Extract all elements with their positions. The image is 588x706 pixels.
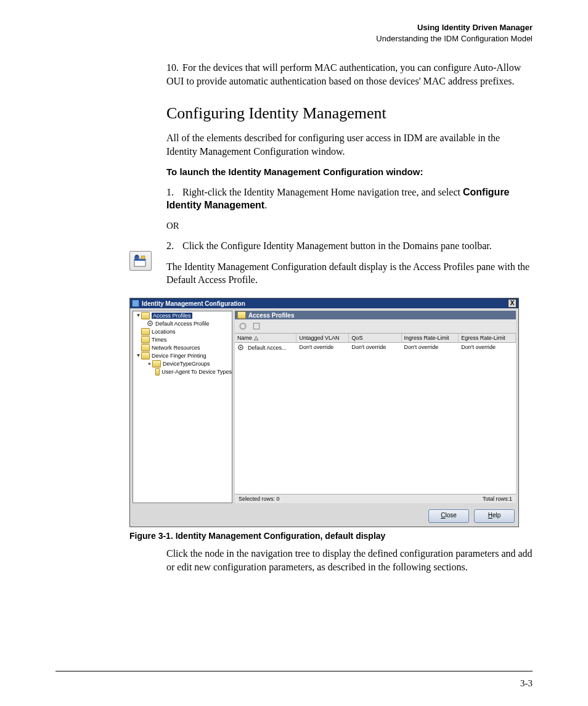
expand-icon[interactable]: ▸ — [147, 361, 152, 366]
folder-open-icon — [141, 312, 150, 319]
access-profiles-pane: Access Profiles Name △ Untagged VLAN QoS… — [235, 311, 516, 503]
running-header: Using Identity Driven Manager Understand… — [55, 22, 533, 44]
tree-network-resources[interactable]: Network Resources — [133, 343, 232, 351]
header-title: Using Identity Driven Manager — [55, 22, 533, 33]
col-qos[interactable]: QoS — [349, 334, 401, 342]
tree-label: Locations — [152, 329, 176, 335]
idm-config-window: Identity Management Configuration X ▼ Ac… — [129, 298, 519, 527]
window-icon — [132, 300, 139, 307]
folder-icon — [141, 328, 150, 335]
col-name[interactable]: Name △ — [235, 334, 296, 342]
tree-default-access-profile[interactable]: Default Access Profile — [133, 319, 232, 327]
page-number: 3-3 — [520, 678, 533, 689]
tree-label: Access Profiles — [152, 313, 192, 319]
table-row[interactable]: Default Acces... Don't override Don't ov… — [235, 343, 516, 352]
figure-caption: Figure 3-1. Identity Management Configur… — [129, 531, 533, 541]
folder-icon — [141, 336, 150, 343]
folder-icon — [155, 368, 160, 376]
svg-rect-7 — [253, 323, 259, 329]
tree-label: Network Resources — [152, 345, 200, 351]
expand-icon[interactable]: ▼ — [136, 353, 141, 358]
or-separator: OR — [166, 220, 533, 232]
section-para1: All of the elements described for config… — [166, 131, 533, 158]
close-icon[interactable]: X — [508, 299, 517, 308]
status-bar: Selected rows: 0 Total rows:1 — [235, 494, 516, 503]
step1-text-c: . — [264, 200, 267, 210]
pane-title: Access Profiles — [248, 312, 295, 319]
gear-icon — [237, 344, 244, 351]
cell-vlan: Don't override — [296, 343, 349, 352]
status-selected: Selected rows: 0 — [239, 496, 280, 502]
tree-label: Times — [152, 337, 166, 343]
svg-point-5 — [149, 322, 151, 324]
figure-3-1: Identity Management Configuration X ▼ Ac… — [129, 298, 533, 527]
svg-point-6 — [240, 323, 245, 329]
footer-rule — [55, 671, 533, 671]
svg-point-9 — [240, 347, 242, 348]
pane-toolbar — [235, 319, 516, 334]
tree-device-type-groups[interactable]: ▸ DeviceTypeGroups — [133, 359, 232, 367]
tree-user-agent-to-device-types[interactable]: User-Agent To Device Types — [133, 367, 232, 376]
step2-text: Click the Configure Identity Management … — [182, 240, 492, 251]
folder-open-icon — [237, 311, 246, 319]
cell-ingress: Don't override — [402, 343, 459, 352]
folder-open-icon — [141, 352, 150, 359]
window-title: Identity Management Configuration — [142, 300, 245, 307]
help-button[interactable]: Help — [474, 509, 515, 523]
gear-icon — [147, 320, 153, 327]
close-button[interactable]: Close — [428, 509, 469, 523]
section-heading: Configuring Identity Management — [166, 102, 533, 124]
col-untagged-vlan[interactable]: Untagged VLAN — [296, 334, 349, 342]
tree-locations[interactable]: Locations — [133, 327, 232, 335]
toolbar-button-2[interactable] — [251, 321, 262, 332]
table-body[interactable]: Default Acces... Don't override Don't ov… — [235, 343, 516, 494]
dialog-button-bar: Close Help — [130, 506, 518, 527]
col-egress[interactable]: Egress Rate-Limit — [459, 334, 516, 342]
header-subtitle: Understanding the IDM Configuration Mode… — [55, 33, 533, 44]
tree-label: User-Agent To Device Types — [161, 369, 232, 375]
tree-label: Device Finger Printing — [152, 353, 206, 359]
folder-icon — [141, 344, 150, 351]
section-para2: The Identity Management Configuration de… — [166, 260, 533, 287]
tree-access-profiles[interactable]: ▼ Access Profiles — [133, 311, 232, 319]
step1-marker: 1. — [166, 186, 182, 199]
status-total: Total rows:1 — [483, 496, 512, 502]
pane-header: Access Profiles — [235, 311, 516, 319]
toolbar-button-1[interactable] — [237, 321, 248, 332]
step-2: 2.Click the Configure Identity Managemen… — [166, 239, 533, 253]
tree-label: Default Access Profile — [155, 321, 210, 327]
tree-times[interactable]: Times — [133, 335, 232, 343]
table-header[interactable]: Name △ Untagged VLAN QoS Ingress Rate-Li… — [235, 334, 516, 343]
tree-device-finger-printing[interactable]: ▼ Device Finger Printing — [133, 351, 232, 359]
svg-rect-3 — [141, 256, 145, 259]
cell-name: Default Acces... — [248, 345, 287, 351]
list-item-10: 10.For the devices that will perform MAC… — [166, 61, 533, 88]
cell-qos: Don't override — [349, 343, 401, 352]
launch-heading: To launch the Identity Management Config… — [166, 166, 533, 178]
cell-egress: Don't override — [459, 343, 516, 352]
list-text: For the devices that will perform MAC au… — [166, 62, 521, 86]
step-1: 1.Right-click the Identity Management Ho… — [166, 186, 533, 212]
window-titlebar[interactable]: Identity Management Configuration X — [130, 298, 518, 308]
navigation-tree[interactable]: ▼ Access Profiles Default Access Profile… — [133, 311, 232, 503]
expand-icon[interactable]: ▼ — [136, 313, 141, 318]
step2-marker: 2. — [166, 239, 182, 253]
configure-identity-icon — [129, 251, 152, 271]
col-ingress[interactable]: Ingress Rate-Limit — [402, 334, 459, 342]
folder-icon — [152, 360, 161, 367]
list-marker: 10. — [166, 61, 182, 75]
closing-paragraph: Click the node in the navigation tree to… — [166, 547, 533, 573]
tree-label: DeviceTypeGroups — [163, 361, 210, 367]
step1-text-a: Right-click the Identity Management Home… — [182, 187, 463, 197]
